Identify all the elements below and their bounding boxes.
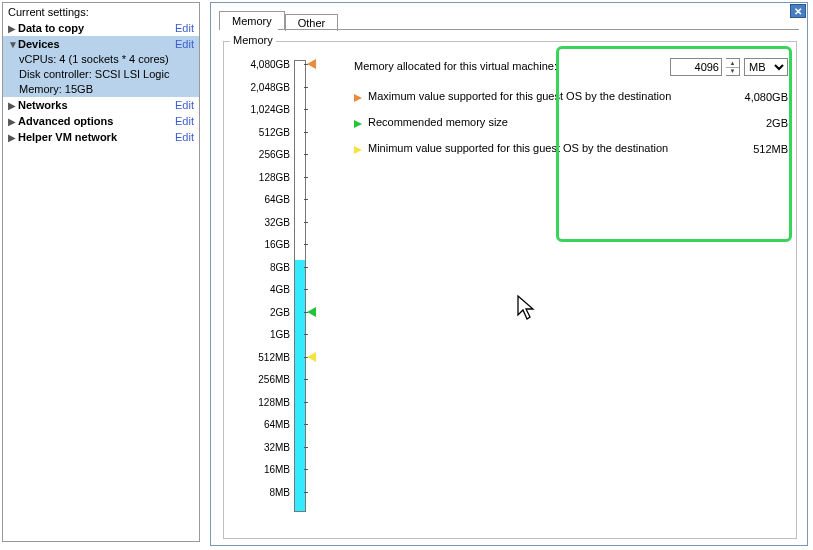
scale-tick [304, 424, 308, 425]
scale-tick-label: 32MB [264, 442, 290, 453]
edit-link[interactable]: Edit [175, 22, 194, 34]
scale-tick [304, 289, 308, 290]
memory-description-area: Memory allocated for this virtual machin… [354, 58, 788, 168]
scale-tick-label: 16MB [264, 464, 290, 475]
scale-tick-label: 256MB [258, 374, 290, 385]
scale-tick-label: 4,080GB [251, 59, 290, 70]
memory-unit-select[interactable]: MB [744, 58, 788, 76]
close-button[interactable]: ✕ [790, 4, 806, 18]
scale-tick [304, 154, 308, 155]
memory-min-row: Minimum value supported for this guest O… [354, 142, 788, 156]
scale-tick-label: 1,024GB [251, 104, 290, 115]
arrow-right-icon: ▶ [8, 132, 18, 143]
memory-scale[interactable]: 4,080GB2,048GB1,024GB512GB256GB128GB64GB… [244, 52, 320, 522]
memory-scale-bar [294, 60, 306, 512]
arrow-right-icon: ▶ [8, 116, 18, 127]
memory-scale-fill [295, 260, 305, 512]
edit-link[interactable]: Edit [175, 131, 194, 143]
scale-tick-label: 64GB [264, 194, 290, 205]
triangle-yellow-icon [354, 146, 362, 154]
arrow-right-icon: ▶ [8, 23, 18, 34]
settings-sidebar: Current settings: ▶ Data to copy Edit ▼ … [2, 2, 200, 542]
scale-tick-label: 4GB [270, 284, 290, 295]
scale-tick-label: 64MB [264, 419, 290, 430]
scale-tick [304, 334, 308, 335]
scale-tick [304, 267, 308, 268]
sidebar-item-data-to-copy[interactable]: ▶ Data to copy Edit [3, 20, 199, 36]
triangle-green-icon [354, 120, 362, 128]
memory-rec-label: Recommended memory size [368, 116, 728, 128]
triangle-orange-icon [354, 94, 362, 102]
sidebar-item-advanced-options[interactable]: ▶ Advanced options Edit [3, 113, 199, 129]
scale-tick-label: 2GB [270, 307, 290, 318]
scale-tick-label: 32GB [264, 217, 290, 228]
settings-detail-panel: ✕ Memory Other Memory 4,080GB2,048GB1,02… [210, 2, 808, 546]
memory-fieldset: Memory 4,080GB2,048GB1,024GB512GB256GB12… [223, 41, 797, 539]
memory-spinner[interactable]: ▲ ▼ [726, 58, 740, 76]
memory-size-input[interactable] [670, 58, 722, 76]
scale-tick [304, 379, 308, 380]
sidebar-item-label: Data to copy [18, 22, 175, 34]
sidebar-item-label: Networks [18, 99, 175, 111]
sidebar-sub-vcpus: vCPUs: 4 (1 sockets * 4 cores) [3, 52, 199, 67]
tab-bar: Memory Other [219, 9, 338, 29]
scale-tick-label: 256GB [259, 149, 290, 160]
scale-tick-label: 8MB [269, 487, 290, 498]
scale-tick-label: 2,048GB [251, 82, 290, 93]
sidebar-item-label: Helper VM network [18, 131, 175, 143]
memory-allocated-label: Memory allocated for this virtual machin… [354, 58, 670, 72]
sidebar-sub-memory: Memory: 15GB [3, 82, 199, 97]
sidebar-item-networks[interactable]: ▶ Networks Edit [3, 97, 199, 113]
scale-tick-label: 512MB [258, 352, 290, 363]
memory-fieldset-legend: Memory [230, 34, 276, 46]
scale-tick-label: 512GB [259, 127, 290, 138]
scale-tick [304, 402, 308, 403]
memory-rec-value: 2GB [728, 116, 788, 129]
tab-underline-cover [220, 29, 278, 30]
marker-recommended-icon [307, 307, 316, 317]
spinner-down-icon[interactable]: ▼ [726, 68, 739, 76]
close-icon: ✕ [794, 6, 802, 17]
scale-tick [304, 469, 308, 470]
scale-tick [304, 177, 308, 178]
tab-underline [219, 29, 799, 30]
spinner-up-icon[interactable]: ▲ [726, 59, 739, 68]
memory-input-group: ▲ ▼ MB [670, 58, 788, 76]
marker-min-icon [307, 352, 316, 362]
scale-tick-label: 1GB [270, 329, 290, 340]
scale-tick [304, 109, 308, 110]
scale-tick-label: 128GB [259, 172, 290, 183]
memory-max-value: 4,080GB [728, 90, 788, 103]
memory-min-label: Minimum value supported for this guest O… [368, 142, 728, 154]
sidebar-item-label: Advanced options [18, 115, 175, 127]
sidebar-item-label: Devices [18, 38, 175, 50]
scale-tick-label: 16GB [264, 239, 290, 250]
scale-tick [304, 447, 308, 448]
edit-link[interactable]: Edit [175, 115, 194, 127]
scale-tick [304, 87, 308, 88]
arrow-right-icon: ▶ [8, 100, 18, 111]
arrow-down-icon: ▼ [8, 39, 18, 50]
scale-tick-label: 128MB [258, 397, 290, 408]
edit-link[interactable]: Edit [175, 99, 194, 111]
sidebar-sub-disk-controller: Disk controller: SCSI LSI Logic [3, 67, 199, 82]
memory-rec-row: Recommended memory size 2GB [354, 116, 788, 130]
tab-memory[interactable]: Memory [219, 11, 285, 30]
marker-max-icon [307, 59, 316, 69]
memory-min-value: 512MB [728, 142, 788, 155]
memory-max-row: Maximum value supported for this guest O… [354, 90, 788, 104]
scale-tick [304, 132, 308, 133]
sidebar-title: Current settings: [3, 3, 199, 20]
edit-link[interactable]: Edit [175, 38, 194, 50]
memory-max-label: Maximum value supported for this guest O… [368, 90, 728, 102]
scale-tick-label: 8GB [270, 262, 290, 273]
scale-tick [304, 199, 308, 200]
scale-tick [304, 492, 308, 493]
scale-tick [304, 222, 308, 223]
sidebar-item-helper-vm-network[interactable]: ▶ Helper VM network Edit [3, 129, 199, 145]
sidebar-item-devices[interactable]: ▼ Devices Edit [3, 36, 199, 52]
scale-tick [304, 244, 308, 245]
